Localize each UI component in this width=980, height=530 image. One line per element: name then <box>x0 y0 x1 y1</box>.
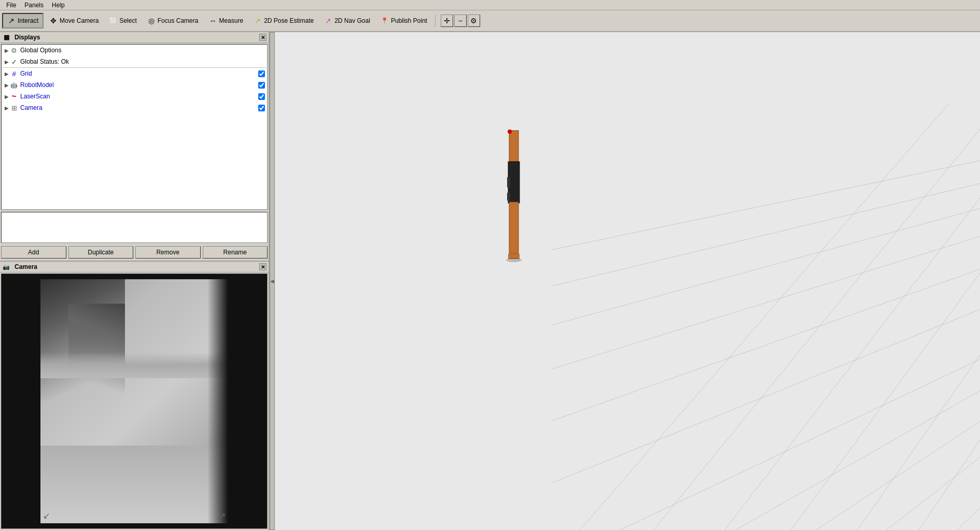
global-options-icon <box>10 46 18 54</box>
select-button[interactable]: Select <box>104 13 141 28</box>
displays-panel: Displays ✕ ▶ Global Options ▶ Global Sta… <box>0 32 269 262</box>
measure-label: Measure <box>219 17 243 24</box>
grid-svg <box>275 32 980 530</box>
select-icon <box>109 17 117 25</box>
svg-point-31 <box>506 258 522 262</box>
menu-file[interactable]: File <box>2 1 20 10</box>
global-status-arrow[interactable]: ▶ <box>4 59 10 65</box>
robot-model <box>498 125 529 293</box>
laserscan-icon <box>10 92 18 101</box>
left-panel: Displays ✕ ▶ Global Options ▶ Global Sta… <box>0 32 270 530</box>
camera-panel-title: Camera <box>15 263 37 270</box>
camera-view[interactable]: ↙ ↗ <box>1 274 268 529</box>
svg-line-6 <box>552 104 980 250</box>
main-content: Displays ✕ ▶ Global Options ▶ Global Sta… <box>0 32 980 530</box>
grid-arrow[interactable]: ▶ <box>4 70 10 77</box>
camera-tree-arrow[interactable]: ▶ <box>4 105 10 111</box>
tree-item-camera[interactable]: ▶ Camera <box>2 102 267 113</box>
publish-point-button[interactable]: Publish Point <box>376 13 432 28</box>
pose-estimate-button[interactable]: 2D Pose Estimate <box>249 13 318 28</box>
camera-panel-icon <box>2 263 10 271</box>
global-options-label: Global Options <box>20 47 265 54</box>
tree-item-laserscan[interactable]: ▶ LaserScan <box>2 91 267 102</box>
camera-checkbox[interactable] <box>258 105 265 111</box>
properties-area <box>1 212 268 243</box>
remove-button[interactable]: Remove <box>135 246 201 259</box>
camera-title-container: Camera <box>2 263 37 271</box>
displays-close-button[interactable]: ✕ <box>259 34 267 41</box>
grid-checkbox[interactable] <box>258 70 265 77</box>
svg-rect-29 <box>509 202 519 254</box>
svg-line-18 <box>835 104 980 530</box>
svg-line-19 <box>897 104 980 530</box>
3d-viewport[interactable] <box>275 32 980 530</box>
interact-label: Interact <box>18 17 38 24</box>
camera-arrow-left: ↙ <box>43 511 50 521</box>
nav-goal-icon <box>324 17 332 25</box>
display-buttons: Add Duplicate Remove Rename <box>0 244 269 261</box>
add-button[interactable]: Add <box>1 246 66 259</box>
laserscan-checkbox[interactable] <box>258 93 265 100</box>
focus-camera-icon <box>147 17 156 25</box>
laserscan-arrow[interactable]: ▶ <box>4 93 10 99</box>
select-label: Select <box>119 17 136 24</box>
global-status-icon <box>10 58 18 66</box>
panel-collapse-handle[interactable]: ◀ <box>270 32 275 530</box>
svg-point-25 <box>508 130 512 134</box>
move-camera-button[interactable]: Move Camera <box>45 13 103 28</box>
svg-line-14 <box>552 104 949 530</box>
svg-rect-27 <box>507 177 510 188</box>
laserscan-label: LaserScan <box>20 93 258 100</box>
axis-button[interactable]: ✛ <box>441 15 453 27</box>
svg-line-2 <box>552 172 980 421</box>
robotmodel-icon <box>10 81 18 89</box>
camera-panel-header: Camera ✕ <box>0 262 269 273</box>
displays-tree[interactable]: ▶ Global Options ▶ Global Status: Ok ▶ G… <box>1 44 268 210</box>
robotmodel-checkbox[interactable] <box>258 82 265 89</box>
measure-button[interactable]: Measure <box>204 13 248 28</box>
svg-line-9 <box>845 243 980 530</box>
camera-close-button[interactable]: ✕ <box>259 263 267 270</box>
svg-rect-24 <box>509 131 519 162</box>
displays-panel-header: Displays ✕ <box>0 32 269 43</box>
tree-item-global-options[interactable]: ▶ Global Options <box>2 45 267 56</box>
toolbar-separator-1 <box>435 15 436 27</box>
svg-line-8 <box>767 239 980 530</box>
focus-camera-button[interactable]: Focus Camera <box>143 13 203 28</box>
svg-line-16 <box>700 104 980 530</box>
svg-line-15 <box>627 104 980 530</box>
camera-image-area: ↙ ↗ <box>40 279 228 523</box>
tree-item-global-status[interactable]: ▶ Global Status: Ok <box>2 56 267 67</box>
robotmodel-arrow[interactable]: ▶ <box>4 82 10 88</box>
displays-title-container: Displays <box>2 33 40 41</box>
interact-button[interactable]: Interact <box>2 13 44 28</box>
measure-icon <box>208 17 217 25</box>
tree-item-robotmodel[interactable]: ▶ RobotModel <box>2 79 267 91</box>
minus-button[interactable]: − <box>454 15 467 27</box>
grid-label: Grid <box>20 70 258 77</box>
publish-point-icon <box>381 17 389 25</box>
svg-rect-28 <box>507 193 510 200</box>
camera-arrow-right: ↗ <box>219 511 226 521</box>
svg-line-3 <box>552 151 980 369</box>
displays-title: Displays <box>15 34 40 41</box>
global-options-arrow[interactable]: ▶ <box>4 47 10 53</box>
menu-panels[interactable]: Panels <box>20 1 48 10</box>
menu-help[interactable]: Help <box>48 1 69 10</box>
nav-goal-button[interactable]: 2D Nav Goal <box>319 13 375 28</box>
camera-tree-icon <box>10 104 18 112</box>
grid-icon <box>10 69 18 78</box>
rename-button[interactable]: Rename <box>203 246 268 259</box>
duplicate-button[interactable]: Duplicate <box>68 246 134 259</box>
camera-bottom <box>40 446 228 523</box>
focus-camera-label: Focus Camera <box>158 17 199 24</box>
settings-button[interactable]: ⚙ <box>468 15 480 27</box>
robot-svg <box>498 125 529 291</box>
move-camera-icon <box>49 17 58 25</box>
toolbar-extra-icons: ✛ − ⚙ <box>441 15 480 27</box>
tree-item-grid[interactable]: ▶ Grid <box>2 68 267 79</box>
menubar: File Panels Help <box>0 0 980 10</box>
pose-estimate-icon <box>254 17 262 25</box>
svg-line-7 <box>679 234 980 530</box>
svg-line-0 <box>552 229 980 530</box>
